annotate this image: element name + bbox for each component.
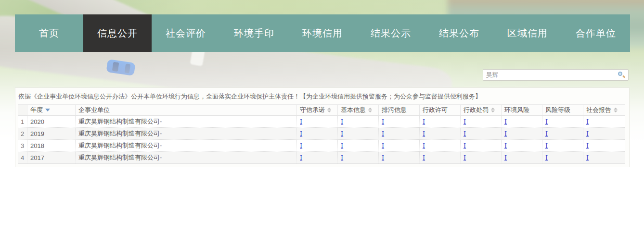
- detail-link[interactable]: I: [382, 118, 384, 125]
- nav-item-3[interactable]: 环境手印: [220, 14, 288, 52]
- detail-link[interactable]: I: [504, 130, 507, 137]
- detail-link[interactable]: I: [300, 142, 302, 149]
- column-header[interactable]: 风险等级: [542, 105, 583, 115]
- detail-link[interactable]: I: [300, 118, 302, 125]
- detail-link[interactable]: I: [545, 142, 548, 149]
- detail-link[interactable]: I: [423, 130, 425, 137]
- table-cell: I: [379, 116, 420, 127]
- nav-item-7[interactable]: 区域信用: [493, 14, 562, 52]
- nav-item-6[interactable]: 结果公布: [425, 14, 493, 52]
- nav-item-4[interactable]: 环境信用: [288, 14, 357, 52]
- nav-item-8[interactable]: 合作单位: [562, 14, 630, 52]
- detail-link[interactable]: I: [504, 142, 507, 149]
- detail-link[interactable]: I: [586, 118, 589, 125]
- detail-link[interactable]: I: [423, 142, 425, 149]
- detail-link[interactable]: I: [586, 130, 589, 137]
- table-row: 1 2020 重庆昊辉钢结构制造有限公司- I I I I I I I I: [18, 116, 625, 128]
- table-cell: I: [461, 140, 502, 151]
- table-cell: I: [583, 116, 624, 127]
- cell-text: 重庆昊辉钢结构制造有限公司-: [78, 129, 162, 138]
- column-header[interactable]: 行政许可: [420, 105, 461, 115]
- table-cell: I: [338, 152, 379, 163]
- table-header: 年度 企事业单位 守信承诺 基本信息 排污信息 行政许可: [18, 104, 625, 116]
- nav-item-label: 结果公示: [371, 27, 411, 40]
- cell-text: 4: [21, 154, 24, 161]
- table-cell: 1: [18, 116, 27, 127]
- detail-link[interactable]: I: [545, 154, 548, 161]
- sort-down-arrow-icon: [45, 109, 50, 111]
- detail-link[interactable]: I: [464, 118, 466, 125]
- cell-text: 2019: [30, 130, 44, 137]
- nav-item-label: 环境手印: [234, 27, 274, 40]
- table-cell: I: [583, 152, 624, 163]
- table-row: 3 2018 重庆昊辉钢结构制造有限公司- I I I I I I I I: [18, 140, 625, 152]
- column-header-label: 守信承诺: [300, 106, 325, 114]
- sort-up-arrow-icon: [614, 108, 618, 110]
- detail-link[interactable]: I: [382, 130, 384, 137]
- column-header[interactable]: 排污信息: [379, 105, 420, 115]
- search-icon[interactable]: [618, 71, 625, 79]
- nav-item-label: 结果公布: [439, 27, 479, 40]
- detail-link[interactable]: I: [464, 130, 466, 137]
- nav-item-5[interactable]: 结果公示: [357, 14, 425, 52]
- column-header-label: 排污信息: [382, 106, 407, 114]
- detail-link[interactable]: I: [586, 142, 589, 149]
- table-cell: I: [502, 128, 542, 139]
- detail-link[interactable]: I: [341, 130, 343, 137]
- detail-link[interactable]: I: [341, 118, 343, 125]
- column-header-label: 风险等级: [545, 106, 570, 114]
- nav-item-label: 环境信用: [302, 27, 343, 40]
- table-cell: I: [338, 140, 379, 151]
- nav-item-1[interactable]: 信息公开: [83, 14, 152, 52]
- table-cell: 重庆昊辉钢结构制造有限公司-: [76, 128, 297, 139]
- detail-link[interactable]: I: [545, 130, 548, 137]
- table-cell: I: [379, 128, 420, 139]
- column-header[interactable]: 基本信息: [338, 105, 379, 115]
- table-cell: I: [542, 116, 583, 127]
- detail-link[interactable]: I: [341, 154, 343, 161]
- column-header[interactable]: 守信承诺: [297, 105, 338, 115]
- detail-link[interactable]: I: [341, 142, 343, 149]
- cell-text: 3: [21, 142, 24, 149]
- column-header[interactable]: [18, 105, 27, 115]
- column-header[interactable]: 年度: [27, 105, 76, 115]
- table-cell: I: [583, 128, 624, 139]
- column-header[interactable]: 环境风险: [502, 105, 542, 115]
- nav-item-0[interactable]: 首页: [15, 14, 83, 52]
- detail-link[interactable]: I: [586, 154, 589, 161]
- search-box[interactable]: [483, 69, 629, 81]
- detail-link[interactable]: I: [423, 154, 425, 161]
- detail-link[interactable]: I: [504, 154, 507, 161]
- table-cell: I: [583, 140, 624, 151]
- detail-link[interactable]: I: [300, 130, 302, 137]
- sort-up-arrow-icon: [368, 108, 372, 110]
- column-header[interactable]: 企事业单位: [76, 105, 297, 115]
- column-header[interactable]: 社会报告: [583, 105, 624, 115]
- cell-text: 重庆昊辉钢结构制造有限公司-: [78, 117, 162, 126]
- cell-text: 重庆昊辉钢结构制造有限公司-: [78, 153, 162, 162]
- detail-link[interactable]: I: [504, 118, 507, 125]
- table-cell: I: [379, 152, 420, 163]
- detail-link[interactable]: I: [382, 154, 384, 161]
- sort-icon: [491, 108, 495, 112]
- nav-item-2[interactable]: 社会评价: [152, 14, 220, 52]
- detail-link[interactable]: I: [382, 142, 384, 149]
- table-cell: I: [338, 128, 379, 139]
- column-header[interactable]: 行政处罚: [461, 105, 502, 115]
- detail-link[interactable]: I: [464, 154, 466, 161]
- sort-icon: [45, 109, 50, 111]
- cell-text: 2: [21, 130, 24, 137]
- table-cell: I: [502, 152, 542, 163]
- sort-down-arrow-icon: [368, 111, 372, 112]
- nav-item-label: 信息公开: [97, 27, 138, 40]
- search-input[interactable]: [486, 72, 618, 78]
- table-cell: I: [461, 152, 502, 163]
- detail-link[interactable]: I: [423, 118, 425, 125]
- cell-text: 2018: [30, 142, 44, 149]
- detail-link[interactable]: I: [464, 142, 466, 149]
- column-header-label: 社会报告: [586, 106, 611, 114]
- sort-down-arrow-icon: [614, 111, 618, 112]
- detail-link[interactable]: I: [300, 154, 302, 161]
- sort-up-arrow-icon: [491, 108, 495, 110]
- detail-link[interactable]: I: [545, 118, 548, 125]
